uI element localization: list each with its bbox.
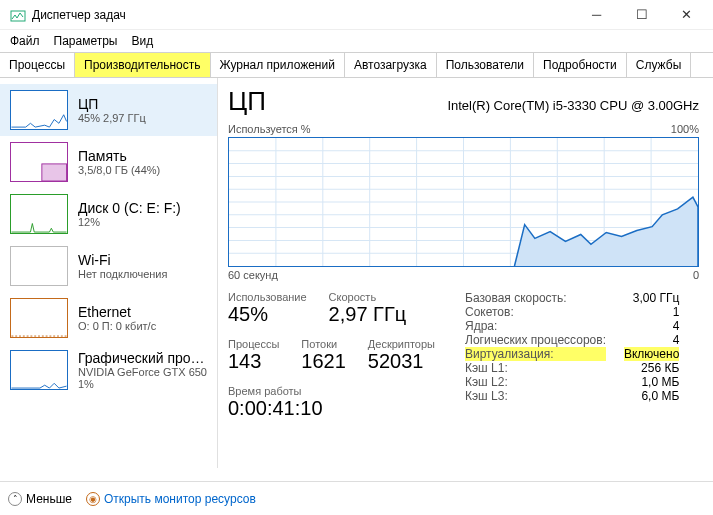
window-title: Диспетчер задач [32, 8, 574, 22]
gpu-title: Графический процессор 0 [78, 350, 207, 366]
kv-virt-v: Включено [624, 347, 679, 361]
minimize-button[interactable]: ─ [574, 1, 619, 29]
eth-title: Ethernet [78, 304, 156, 320]
gpu-sub: NVIDIA GeForce GTX 650 [78, 366, 207, 378]
sidebar-item-gpu[interactable]: Графический процессор 0 NVIDIA GeForce G… [0, 344, 217, 396]
kv-lcpu-k: Логических процессоров: [465, 333, 606, 347]
tab-performance[interactable]: Производительность [75, 53, 210, 77]
app-icon [10, 7, 26, 23]
chevron-up-icon: ˄ [8, 492, 22, 506]
menu-view[interactable]: Вид [131, 34, 153, 48]
tab-processes[interactable]: Процессы [0, 53, 75, 77]
menu-params[interactable]: Параметры [54, 34, 118, 48]
gpu-sub2: 1% [78, 378, 207, 390]
kv-cores-k: Ядра: [465, 319, 606, 333]
speed-value: 2,97 ГГц [329, 303, 407, 326]
sidebar: ЦП 45% 2,97 ГГц Память 3,5/8,0 ГБ (44%) … [0, 78, 218, 468]
thread-value: 1621 [301, 350, 346, 373]
handle-label: Дескрипторы [368, 338, 435, 350]
kv-l3-v: 6,0 МБ [624, 389, 679, 403]
sidebar-item-wifi[interactable]: Wi-Fi Нет подключения [0, 240, 217, 292]
monitor-label: Открыть монитор ресурсов [104, 492, 256, 506]
usage-label: Использование [228, 291, 307, 303]
disk-sub: 12% [78, 216, 181, 228]
speed-label: Скорость [329, 291, 407, 303]
mem-title: Память [78, 148, 160, 164]
kv-l1-k: Кэш L1: [465, 361, 606, 375]
chart-top-right: 100% [671, 123, 699, 135]
sidebar-item-ethernet[interactable]: Ethernet О: 0 П: 0 кбит/с [0, 292, 217, 344]
tab-bar: Процессы Производительность Журнал прило… [0, 52, 713, 78]
close-button[interactable]: ✕ [664, 1, 709, 29]
kv-base-v: 3,00 ГГц [624, 291, 679, 305]
cpu-chart [228, 137, 699, 267]
kv-sockets-v: 1 [624, 305, 679, 319]
usage-value: 45% [228, 303, 307, 326]
kv-l2-v: 1,0 МБ [624, 375, 679, 389]
wifi-title: Wi-Fi [78, 252, 167, 268]
proc-label: Процессы [228, 338, 279, 350]
thread-label: Потоки [301, 338, 346, 350]
cpu-thumb [10, 90, 68, 130]
sidebar-item-cpu[interactable]: ЦП 45% 2,97 ГГц [0, 84, 217, 136]
cpu-details: Базовая скорость: 3,00 ГГц Сокетов: 1 Яд… [465, 291, 679, 403]
tab-services[interactable]: Службы [627, 53, 691, 77]
menu-file[interactable]: Файл [10, 34, 40, 48]
sidebar-item-memory[interactable]: Память 3,5/8,0 ГБ (44%) [0, 136, 217, 188]
menu-bar: Файл Параметры Вид [0, 30, 713, 52]
monitor-icon: ◉ [86, 492, 100, 506]
handle-value: 52031 [368, 350, 435, 373]
kv-base-k: Базовая скорость: [465, 291, 606, 305]
eth-sub: О: 0 П: 0 кбит/с [78, 320, 156, 332]
open-resource-monitor-link[interactable]: ◉ Открыть монитор ресурсов [86, 492, 256, 506]
kv-l1-v: 256 КБ [624, 361, 679, 375]
wifi-thumb [10, 246, 68, 286]
kv-virt-k: Виртуализация: [465, 347, 606, 361]
tab-details[interactable]: Подробности [534, 53, 627, 77]
maximize-button[interactable]: ☐ [619, 1, 664, 29]
wifi-sub: Нет подключения [78, 268, 167, 280]
kv-cores-v: 4 [624, 319, 679, 333]
svg-rect-1 [42, 164, 67, 181]
tab-users[interactable]: Пользователи [437, 53, 534, 77]
uptime-label: Время работы [228, 385, 435, 397]
disk-title: Диск 0 (C: E: F:) [78, 200, 181, 216]
kv-l2-k: Кэш L2: [465, 375, 606, 389]
mem-thumb [10, 142, 68, 182]
tab-startup[interactable]: Автозагрузка [345, 53, 437, 77]
fewer-details-button[interactable]: ˄ Меньше [8, 492, 72, 506]
page-title: ЦП [228, 86, 266, 117]
disk-thumb [10, 194, 68, 234]
mem-sub: 3,5/8,0 ГБ (44%) [78, 164, 160, 176]
main-panel: ЦП Intel(R) Core(TM) i5-3330 CPU @ 3.00G… [218, 78, 713, 468]
kv-sockets-k: Сокетов: [465, 305, 606, 319]
tab-app-history[interactable]: Журнал приложений [211, 53, 345, 77]
title-bar: Диспетчер задач ─ ☐ ✕ [0, 0, 713, 30]
kv-l3-k: Кэш L3: [465, 389, 606, 403]
chart-bottom-right: 0 [693, 269, 699, 281]
bottom-bar: ˄ Меньше ◉ Открыть монитор ресурсов [0, 481, 713, 515]
kv-lcpu-v: 4 [624, 333, 679, 347]
chart-top-left: Используется % [228, 123, 311, 135]
sidebar-item-disk[interactable]: Диск 0 (C: E: F:) 12% [0, 188, 217, 240]
proc-value: 143 [228, 350, 279, 373]
eth-thumb [10, 298, 68, 338]
gpu-thumb [10, 350, 68, 390]
cpu-model: Intel(R) Core(TM) i5-3330 CPU @ 3.00GHz [447, 98, 699, 113]
uptime-value: 0:00:41:10 [228, 397, 435, 420]
cpu-title: ЦП [78, 96, 146, 112]
fewer-label: Меньше [26, 492, 72, 506]
cpu-sub: 45% 2,97 ГГц [78, 112, 146, 124]
chart-bottom-left: 60 секунд [228, 269, 278, 281]
